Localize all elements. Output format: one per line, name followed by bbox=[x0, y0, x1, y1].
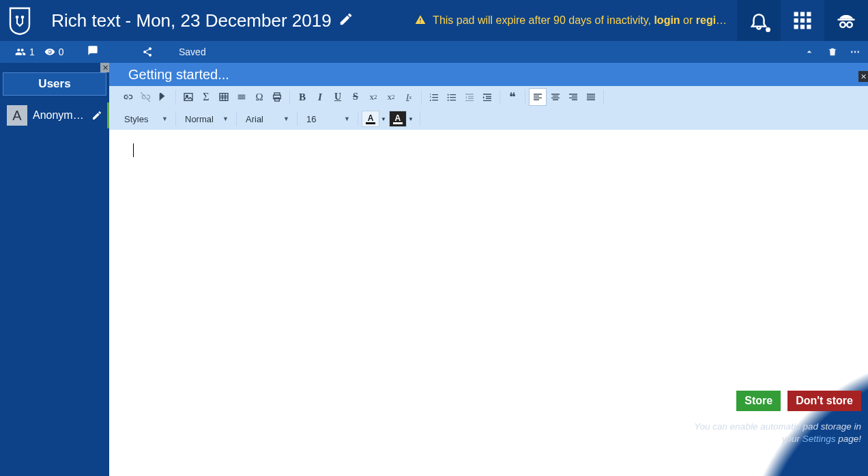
editor-toolbar: Σ Ω B I U S x2 x2 Ix ❝ Styles▼ Normal▼ A… bbox=[109, 86, 868, 130]
settings-link[interactable]: Settings bbox=[802, 434, 836, 444]
underline-button[interactable]: U bbox=[329, 88, 347, 106]
collapse-toolbar-icon[interactable] bbox=[804, 46, 815, 57]
users-sidebar: ✕ Users A Anonymo… bbox=[0, 63, 109, 476]
more-icon[interactable]: ⋯ bbox=[850, 46, 861, 57]
outdent-button bbox=[461, 88, 478, 106]
chat-button[interactable] bbox=[87, 45, 106, 56]
svg-point-20 bbox=[448, 94, 449, 96]
bold-button[interactable]: B bbox=[293, 88, 311, 106]
user-avatar: A bbox=[7, 105, 27, 126]
size-combo[interactable]: 16▼ bbox=[301, 110, 354, 128]
svg-rect-10 bbox=[807, 25, 811, 29]
svg-rect-11 bbox=[838, 19, 855, 21]
indent-button[interactable] bbox=[478, 88, 496, 106]
ordered-list-button[interactable] bbox=[425, 88, 443, 106]
edit-title-icon[interactable] bbox=[338, 12, 353, 27]
pad-title: Rich text - Mon, 23 December 2019 bbox=[51, 10, 331, 31]
bg-color-button[interactable]: A bbox=[389, 111, 407, 127]
editing-count-value: 1 bbox=[29, 46, 35, 57]
store-button[interactable]: Store bbox=[736, 391, 781, 411]
warning-icon bbox=[415, 14, 429, 26]
viewing-users-count[interactable]: 0 bbox=[44, 46, 64, 57]
svg-point-22 bbox=[448, 100, 449, 101]
svg-rect-4 bbox=[807, 12, 811, 16]
svg-rect-16 bbox=[220, 94, 228, 101]
italic-button[interactable]: I bbox=[311, 88, 329, 106]
anchor-icon[interactable] bbox=[154, 88, 172, 106]
styles-combo[interactable]: Styles▼ bbox=[119, 110, 172, 128]
getting-started-text: Getting started... bbox=[128, 67, 229, 83]
unlink-icon bbox=[136, 88, 154, 106]
app-logo[interactable] bbox=[0, 0, 39, 41]
svg-point-0 bbox=[15, 16, 18, 19]
svg-point-13 bbox=[847, 23, 852, 28]
store-popup: ▬ This pad is not in your CryptDrive. Do… bbox=[663, 333, 868, 476]
notifications-button[interactable] bbox=[737, 0, 781, 41]
users-header: Users bbox=[3, 72, 106, 96]
hr-icon[interactable] bbox=[233, 88, 250, 106]
svg-rect-3 bbox=[800, 12, 805, 16]
close-sidebar-icon[interactable]: ✕ bbox=[100, 63, 110, 72]
expiry-warning: This pad will expire after 90 days of in… bbox=[353, 14, 737, 27]
user-name: Anonymo… bbox=[33, 109, 86, 122]
svg-rect-6 bbox=[800, 18, 805, 23]
link-icon[interactable] bbox=[119, 88, 136, 106]
popup-message: This pad is not in your CryptDrive. Do y… bbox=[691, 352, 861, 381]
strike-button[interactable]: S bbox=[347, 88, 364, 106]
dont-store-button[interactable]: Don't store bbox=[787, 391, 861, 411]
table-icon[interactable] bbox=[215, 88, 233, 106]
text-color-button[interactable]: A bbox=[362, 111, 379, 127]
popup-hint: You can enable automatic pad storage in … bbox=[691, 421, 861, 445]
close-banner-icon[interactable]: ✕ bbox=[858, 71, 868, 82]
align-left-button[interactable] bbox=[529, 88, 547, 106]
delete-icon[interactable] bbox=[827, 46, 838, 57]
minimize-popup-icon[interactable]: ▬ bbox=[854, 337, 864, 349]
svg-rect-9 bbox=[800, 25, 805, 29]
apps-grid-button[interactable] bbox=[781, 0, 824, 41]
svg-rect-5 bbox=[794, 18, 798, 23]
blockquote-button[interactable]: ❝ bbox=[504, 88, 521, 106]
getting-started-banner: Getting started... ✕ bbox=[109, 63, 868, 86]
login-link[interactable]: login bbox=[654, 14, 680, 26]
special-char-icon[interactable]: Ω bbox=[250, 88, 268, 106]
save-status: Saved bbox=[167, 46, 206, 57]
svg-rect-8 bbox=[794, 25, 798, 29]
font-combo[interactable]: Arial▼ bbox=[240, 110, 293, 128]
register-link[interactable]: registe… bbox=[696, 14, 737, 26]
svg-point-21 bbox=[448, 97, 449, 98]
editing-users-count[interactable]: 1 bbox=[15, 46, 35, 57]
align-right-button[interactable] bbox=[564, 88, 582, 106]
svg-point-12 bbox=[840, 23, 845, 28]
user-menu-button[interactable] bbox=[824, 0, 868, 41]
svg-rect-7 bbox=[807, 18, 811, 23]
user-row[interactable]: A Anonymo… bbox=[4, 102, 105, 128]
share-button[interactable] bbox=[128, 46, 167, 57]
print-icon[interactable] bbox=[268, 88, 286, 106]
edit-user-icon[interactable] bbox=[91, 110, 102, 121]
unordered-list-button[interactable] bbox=[443, 88, 461, 106]
bg-color-caret[interactable]: ▼ bbox=[408, 116, 414, 122]
svg-rect-2 bbox=[794, 12, 798, 16]
format-combo[interactable]: Normal▼ bbox=[179, 110, 233, 128]
text-color-caret[interactable]: ▼ bbox=[381, 116, 386, 122]
svg-rect-14 bbox=[184, 94, 192, 101]
align-justify-button[interactable] bbox=[582, 88, 600, 106]
warn-text: This pad will expire after 90 days of in… bbox=[433, 14, 654, 26]
image-icon[interactable] bbox=[179, 88, 197, 106]
viewing-count-value: 0 bbox=[59, 46, 64, 57]
svg-point-1 bbox=[20, 16, 24, 19]
text-cursor bbox=[133, 143, 134, 157]
remove-format-button[interactable]: Ix bbox=[400, 88, 418, 106]
align-center-button[interactable] bbox=[547, 88, 564, 106]
math-icon[interactable]: Σ bbox=[197, 88, 215, 106]
warn-or: or bbox=[680, 14, 696, 26]
subscript-button[interactable]: x2 bbox=[364, 88, 382, 106]
superscript-button[interactable]: x2 bbox=[382, 88, 400, 106]
